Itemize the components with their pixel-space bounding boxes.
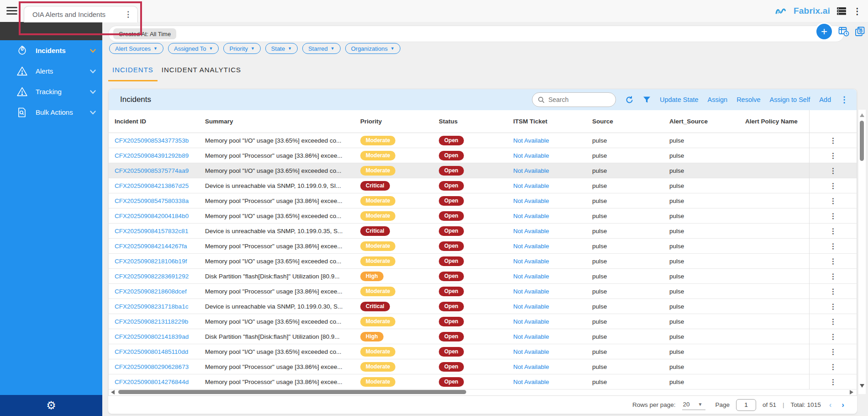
scroll-left-icon[interactable]: [111, 390, 115, 395]
sidebar-item-alerts[interactable]: Alerts: [0, 61, 102, 81]
incident-id-link[interactable]: CFX2025090842144267fa: [115, 243, 187, 250]
table-row[interactable]: CFX20250908534377353bMemory pool "I/O" u…: [109, 133, 857, 148]
save-copy-icon[interactable]: [855, 27, 866, 37]
row-kebab-icon[interactable]: ⋮: [830, 181, 837, 190]
incident-id-link[interactable]: CFX2025090802141839ad: [115, 333, 189, 340]
row-kebab-icon[interactable]: ⋮: [830, 347, 837, 356]
chevron-down-icon[interactable]: [90, 88, 96, 96]
itsm-ticket-link[interactable]: Not Available: [513, 303, 549, 310]
server-icon[interactable]: [836, 6, 847, 16]
filter-chip-priority[interactable]: Priority▼: [223, 43, 260, 54]
row-kebab-icon[interactable]: ⋮: [830, 332, 837, 341]
refresh-icon[interactable]: [625, 96, 634, 104]
incident-id-link[interactable]: CFX20250908213118229b: [115, 318, 188, 325]
tab-kebab-icon[interactable]: ⋮: [124, 11, 132, 18]
table-row[interactable]: CFX2025090842144267faMemory pool "Proces…: [109, 239, 857, 254]
previous-page-icon[interactable]: ‹: [827, 400, 834, 410]
table-row[interactable]: CFX20250908213118229bMemory pool "I/O" u…: [109, 314, 857, 329]
table-row[interactable]: CFX202509082283691292Disk Partition "fla…: [109, 269, 857, 284]
incident-id-link[interactable]: CFX202509084157832c81: [115, 228, 188, 235]
table-row[interactable]: CFX20250908547580338aMemory pool "Proces…: [109, 193, 857, 208]
assign-button[interactable]: Assign: [708, 96, 728, 103]
filter-chip-organizations[interactable]: Organizations▼: [345, 43, 400, 54]
sidebar-item-incidents[interactable]: Incidents: [0, 40, 102, 61]
table-row[interactable]: CFX20250908014276844dMemory pool "Proces…: [109, 374, 857, 389]
vertical-scroll-thumb[interactable]: [860, 121, 864, 161]
filter-icon[interactable]: [643, 96, 651, 104]
incident-id-link[interactable]: CFX202509080290628673: [115, 363, 189, 370]
gear-icon[interactable]: ⚙: [46, 400, 56, 411]
itsm-ticket-link[interactable]: Not Available: [513, 363, 549, 370]
next-page-icon[interactable]: ›: [840, 400, 846, 410]
add-button[interactable]: Add: [819, 96, 831, 103]
row-kebab-icon[interactable]: ⋮: [830, 257, 837, 266]
incident-id-link[interactable]: CFX20250908547580338a: [115, 197, 189, 204]
row-kebab-icon[interactable]: ⋮: [830, 287, 837, 296]
incident-id-link[interactable]: CFX202509084391292b89: [115, 152, 189, 159]
horizontal-scrollbar[interactable]: [108, 389, 857, 395]
row-kebab-icon[interactable]: ⋮: [830, 272, 837, 281]
itsm-ticket-link[interactable]: Not Available: [513, 197, 549, 204]
scroll-down-icon[interactable]: [860, 384, 864, 388]
filter-chip-alert-sources[interactable]: Alert Sources▼: [109, 43, 163, 54]
table-row[interactable]: CFX202509084213867d25Device is unreachab…: [109, 178, 857, 193]
incident-id-link[interactable]: CFX202509082283691292: [115, 273, 189, 280]
vertical-scrollbar[interactable]: [858, 110, 866, 394]
incident-id-link[interactable]: CFX20250908014276844d: [115, 379, 189, 385]
sidebar-item-bulk-actions[interactable]: Bulk Actions: [0, 102, 102, 123]
incident-id-link[interactable]: CFX202509084213867d25: [115, 182, 189, 189]
row-kebab-icon[interactable]: ⋮: [830, 242, 837, 251]
filter-chip-assigned-to[interactable]: Assigned To▼: [168, 43, 219, 54]
add-icon[interactable]: +: [816, 24, 832, 39]
incident-id-link[interactable]: CFX20250908218608dcef: [115, 288, 187, 295]
browser-tab[interactable]: OIA Alerts and Incidents ⋮: [24, 6, 138, 22]
table-row[interactable]: CFX2025090842004184b0Memory pool "I/O" u…: [109, 208, 857, 224]
created-at-chip[interactable]: Created At: All Time: [113, 28, 176, 39]
itsm-ticket-link[interactable]: Not Available: [513, 258, 549, 265]
table-row[interactable]: CFX202509084157832c81Device is unreachab…: [109, 224, 857, 239]
chevron-down-icon[interactable]: [90, 67, 96, 75]
filter-chip-state[interactable]: State▼: [265, 43, 298, 54]
table-row[interactable]: CFX2025090801485110ddMemory pool "I/O" u…: [109, 344, 857, 359]
hamburger-menu-icon[interactable]: [6, 7, 17, 15]
scroll-right-icon[interactable]: [850, 390, 853, 395]
topbar-kebab-icon[interactable]: ⋮: [853, 7, 862, 16]
itsm-ticket-link[interactable]: Not Available: [513, 333, 549, 340]
row-kebab-icon[interactable]: ⋮: [830, 136, 837, 145]
row-kebab-icon[interactable]: ⋮: [830, 378, 837, 386]
table-row[interactable]: CFX2025090802141839adDisk Partition "fla…: [109, 329, 857, 344]
itsm-ticket-link[interactable]: Not Available: [513, 167, 549, 174]
table-row[interactable]: CFX202509084391292b89Memory pool "Proces…: [109, 148, 857, 163]
incident-id-link[interactable]: CFX20250908218106b19f: [115, 258, 187, 265]
tab-incidents[interactable]: INCIDENTS: [108, 61, 158, 81]
incident-id-link[interactable]: CFX2025090801485110dd: [115, 348, 188, 355]
itsm-ticket-link[interactable]: Not Available: [513, 318, 549, 325]
itsm-ticket-link[interactable]: Not Available: [513, 348, 549, 355]
row-kebab-icon[interactable]: ⋮: [830, 197, 837, 205]
search-input[interactable]: [532, 92, 616, 107]
assign-to-self-button[interactable]: Assign to Self: [770, 96, 810, 103]
scroll-up-icon[interactable]: [860, 113, 864, 117]
itsm-ticket-link[interactable]: Not Available: [513, 182, 549, 189]
table-row[interactable]: CFX202509085375774aa9Memory pool "I/O" u…: [109, 163, 857, 178]
itsm-ticket-link[interactable]: Not Available: [513, 379, 549, 385]
incident-id-link[interactable]: CFX2025090842004184b0: [115, 213, 189, 219]
resolve-button[interactable]: Resolve: [736, 96, 760, 103]
filter-chip-starred[interactable]: Starred▼: [302, 43, 341, 54]
horizontal-scroll-thumb[interactable]: [118, 390, 466, 394]
table-row[interactable]: CFX20250908218608dcefMemory pool "Proces…: [109, 284, 857, 299]
itsm-ticket-link[interactable]: Not Available: [513, 228, 549, 235]
incident-id-link[interactable]: CFX202509085375774aa9: [115, 167, 189, 174]
table-row[interactable]: CFX202509080290628673Memory pool "Proces…: [109, 359, 857, 374]
sidebar-item-tracking[interactable]: Tracking: [0, 81, 102, 102]
itsm-ticket-link[interactable]: Not Available: [513, 243, 549, 250]
row-kebab-icon[interactable]: ⋮: [830, 363, 837, 371]
row-kebab-icon[interactable]: ⋮: [830, 212, 837, 220]
itsm-ticket-link[interactable]: Not Available: [513, 213, 549, 219]
table-history-icon[interactable]: [838, 27, 849, 37]
row-kebab-icon[interactable]: ⋮: [830, 317, 837, 326]
row-kebab-icon[interactable]: ⋮: [830, 227, 837, 235]
row-kebab-icon[interactable]: ⋮: [830, 166, 837, 175]
itsm-ticket-link[interactable]: Not Available: [513, 137, 549, 144]
panel-kebab-icon[interactable]: ⋮: [840, 95, 848, 105]
